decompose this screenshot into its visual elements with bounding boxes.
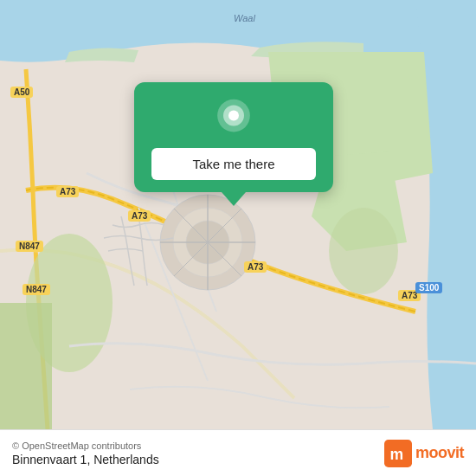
svg-text:m: m [389,446,403,463]
road-label-a73-1: A73 [56,186,79,197]
location-text: Binnenvaart 1, Netherlands [12,453,159,466]
map-pin-icon [213,98,254,139]
map-background [0,0,476,429]
road-label-n847-2: N847 [23,284,50,295]
road-label-n847-1: N847 [16,241,43,252]
app: A50 A73 A73 A73 A73 N847 N847 S100 Waal … [0,0,476,476]
road-label-s100: S100 [415,282,442,293]
road-label-a73-2: A73 [128,210,151,222]
take-me-there-button[interactable]: Take me there [151,148,316,180]
moovit-logo: m moovit [384,440,464,467]
river-label: Waal [234,13,255,23]
map-attribution: © OpenStreetMap contributors [12,441,159,451]
svg-point-13 [228,111,239,121]
road-label-a73-3: A73 [244,261,267,273]
road-label-a50: A50 [10,87,33,98]
moovit-brand-text: moovit [415,444,464,462]
bottom-bar: © OpenStreetMap contributors Binnenvaart… [0,429,476,476]
moovit-logo-icon: m [384,440,412,467]
svg-point-10 [329,208,398,294]
popup-card: Take me there [134,82,333,192]
map-container: A50 A73 A73 A73 A73 N847 N847 S100 Waal … [0,0,476,429]
svg-rect-9 [0,303,52,429]
